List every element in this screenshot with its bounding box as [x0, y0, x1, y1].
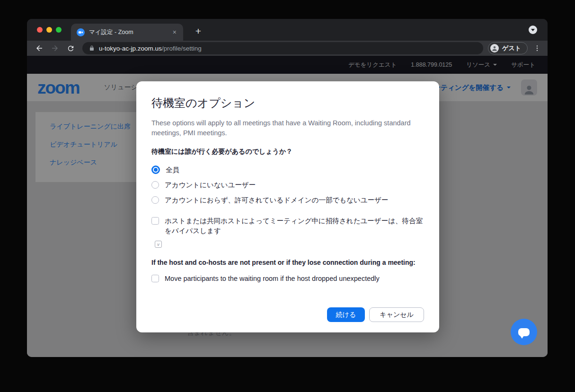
lock-icon	[89, 45, 95, 51]
bypass-waiting-room-option[interactable]: ホストまたは共同ホストによってミーティング中に招待されたユーザーは、待合室をバイ…	[151, 216, 424, 236]
waiting-room-radio-group: 全員 アカウントにいないユーザー アカウントにおらず、許可されているドメインの一…	[151, 162, 424, 208]
url-path: /profile/setting	[162, 45, 202, 52]
who-goes-question: 待機室には誰が行く必要があるのでしょうか？	[151, 147, 424, 157]
checkbox-label: Move participants to the waiting room if…	[165, 274, 380, 284]
browser-toolbar: u-tokyo-ac-jp.zoom.us /profile/setting ゲ…	[27, 41, 548, 56]
tab-search-button[interactable]	[529, 26, 537, 34]
radio-selected-icon[interactable]	[151, 166, 160, 174]
radio-unselected-icon[interactable]	[151, 196, 159, 204]
forward-button[interactable]	[49, 43, 61, 54]
dialog-title: 待機室のオプション	[151, 96, 424, 111]
checkbox-unchecked-icon[interactable]	[151, 275, 159, 282]
radio-label: アカウントにいないユーザー	[165, 181, 256, 190]
window-controls	[37, 27, 62, 33]
page-viewport: デモをリクエスト 1.888.799.0125 リソース サポート zoom ソ…	[27, 56, 548, 357]
browser-window: マイ設定 - Zoom × + u-tokyo-ac-jp.zoom.us /p…	[27, 19, 548, 357]
radio-label: アカウントにおらず、許可されているドメインの一部でもないユーザー	[165, 196, 389, 205]
broken-image-icon: v	[155, 241, 162, 248]
host-absent-heading: If the host and co-hosts are not present…	[151, 258, 424, 268]
radio-option-everyone[interactable]: 全員	[151, 162, 424, 177]
minimize-window-button[interactable]	[46, 27, 52, 33]
checkbox-label: ホストまたは共同ホストによってミーティング中に招待されたユーザーは、待合室をバイ…	[165, 216, 424, 236]
radio-option-users-not-in-domains[interactable]: アカウントにおらず、許可されているドメインの一部でもないユーザー	[151, 192, 424, 208]
url-domain: u-tokyo-ac-jp.zoom.us	[99, 45, 162, 52]
zoom-favicon-icon	[77, 28, 85, 36]
chat-bubble-icon	[518, 328, 530, 336]
close-window-button[interactable]	[37, 27, 43, 33]
dialog-description: These options will apply to all meetings…	[151, 118, 411, 138]
address-bar[interactable]: u-tokyo-ac-jp.zoom.us /profile/setting	[82, 42, 483, 54]
chevron-down-icon	[531, 29, 535, 31]
back-button[interactable]	[34, 43, 45, 54]
checkbox-unchecked-icon[interactable]	[151, 217, 159, 225]
move-participants-option[interactable]: Move participants to the waiting room if…	[151, 274, 424, 284]
guest-label: ゲスト	[502, 44, 521, 52]
tab-close-icon[interactable]: ×	[171, 28, 178, 36]
cancel-button[interactable]: キャンセル	[369, 307, 424, 322]
dialog-buttons: 続ける キャンセル	[327, 307, 424, 322]
chat-widget-button[interactable]	[511, 319, 537, 345]
continue-button[interactable]: 続ける	[327, 307, 365, 322]
browser-tab[interactable]: マイ設定 - Zoom ×	[71, 24, 183, 41]
profile-guest-button[interactable]: ゲスト	[488, 42, 528, 54]
radio-option-users-not-in-account[interactable]: アカウントにいないユーザー	[151, 177, 424, 192]
zoom-window-button[interactable]	[56, 27, 62, 33]
radio-unselected-icon[interactable]	[151, 181, 159, 189]
radio-label: 全員	[166, 166, 179, 174]
new-tab-button[interactable]: +	[192, 25, 205, 38]
guest-avatar-icon	[490, 44, 499, 52]
tab-title: マイ設定 - Zoom	[89, 28, 171, 36]
browser-menu-button[interactable]	[533, 44, 541, 52]
tab-strip: マイ設定 - Zoom × +	[27, 19, 548, 41]
waiting-room-options-dialog: 待機室のオプション These options will apply to al…	[136, 81, 439, 332]
reload-button[interactable]	[65, 43, 76, 54]
